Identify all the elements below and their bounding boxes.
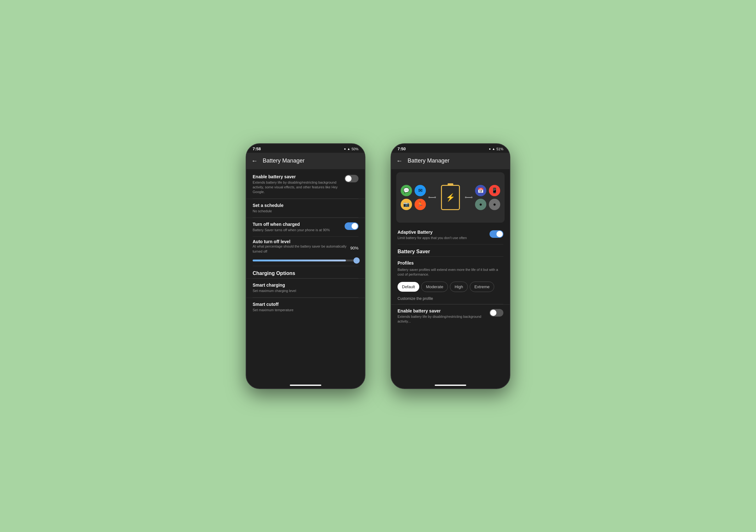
enable-battery-saver-desc-2: Extends battery life by disabling/restri… [397,314,486,324]
turn-off-charged-row[interactable]: Turn off when charged Battery Saver turn… [246,218,365,236]
tab-high[interactable]: High [450,281,468,292]
adaptive-battery-desc: Limit battery for apps that you don't us… [397,236,486,240]
left-app-group: 💬 📷 [401,185,412,210]
enable-battery-saver-row-2[interactable]: Enable battery saver Extends battery lif… [391,304,510,328]
wifi-icon-2: ▲ [492,147,495,150]
wifi-icon: ▲ [347,147,350,150]
profiles-title: Profiles [397,260,503,266]
customize-profile-link[interactable]: Customize the profile [391,295,510,304]
set-schedule-desc: No schedule [253,209,355,214]
profiles-desc: Battery saver profiles will extend even … [397,267,503,277]
status-bar-2: 7:50 ● ▲ 51% [391,144,510,153]
power-button[interactable] [246,194,246,213]
home-indicator-2 [435,385,466,386]
battery-2: 51% [497,147,503,151]
profile-tabs: Default Moderate High Extreme [391,279,510,295]
slider-track[interactable] [253,259,359,261]
slider-title: Auto turn off level [253,239,350,244]
toggle-knob-3 [490,310,497,316]
smart-cutoff-desc: Set maximum temperature [253,308,355,312]
auto-turnoff-slider-row: Auto turn off level At what percentage s… [246,237,365,266]
phone-1-screen: 7:58 ● ▲ 50% ← Battery Manager Enable ba… [246,144,365,388]
top-bar-2: ← Battery Manager [391,153,510,169]
battery-saver-toggle[interactable] [345,175,359,182]
smart-charging-text: Smart charging Set maximum charging leve… [253,282,355,293]
volume-up-button[interactable] [365,188,365,200]
circle2-icon: ● [489,199,500,210]
smart-cutoff-row[interactable]: Smart cutoff Set maximum temperature [246,298,365,316]
smart-charging-desc: Set maximum charging level [253,288,355,293]
toggle-knob-2 [352,223,358,229]
back-button-1[interactable]: ← [251,157,258,164]
enable-battery-saver-row[interactable]: Enable battery saver Extends battery lif… [246,169,365,199]
right-app-group-2: 📱 ● [489,185,500,210]
content-2: 💬 📷 ✉ 🏃 ⚡ [391,169,510,382]
phone-1-frame: 7:58 ● ▲ 50% ← Battery Manager Enable ba… [246,143,365,389]
connector-left [428,197,436,198]
signal-icon-2: ● [489,147,491,150]
set-schedule-row[interactable]: Set a schedule No schedule [246,199,365,217]
adaptive-battery-row[interactable]: Adaptive Battery Limit battery for apps … [391,226,510,244]
home-bar-2 [391,382,510,388]
page-title-2: Battery Manager [408,157,449,164]
battery-center-icon: ⚡ [441,185,460,210]
battery-1: 50% [352,147,359,151]
circle1-icon: ● [475,199,486,210]
battery-saver-toggle-2[interactable] [490,309,503,317]
volume-down-button[interactable] [365,202,365,218]
status-bar-1: 7:58 ● ▲ 50% [246,144,365,153]
smart-charging-title: Smart charging [253,282,355,288]
camera-icon: 📷 [401,199,412,210]
enable-battery-saver-text-2: Enable battery saver Extends battery lif… [397,308,486,324]
tab-default[interactable]: Default [397,282,419,292]
smart-cutoff-title: Smart cutoff [253,302,355,307]
turn-off-charged-text: Turn off when charged Battery Saver turn… [253,222,341,232]
status-time-1: 7:58 [253,146,261,151]
adaptive-battery-illustration: 💬 📷 ✉ 🏃 ⚡ [396,172,505,223]
back-button-2[interactable]: ← [396,157,403,164]
volume-down-button-2[interactable] [510,202,510,218]
slider-value: 90% [350,246,359,251]
top-bar-1: ← Battery Manager [246,153,365,169]
slider-fill [253,259,346,261]
slider-desc: At what percentage should the battery sa… [253,244,350,254]
app-icons-visual: 💬 📷 ✉ 🏃 ⚡ [397,182,503,213]
power-button-2[interactable] [391,194,391,213]
adaptive-battery-text: Adaptive Battery Limit battery for apps … [397,229,486,240]
slider-thumb[interactable] [353,257,360,264]
content-1: Enable battery saver Extends battery lif… [246,169,365,382]
turn-off-charged-title: Turn off when charged [253,222,341,227]
left-app-group-2: ✉ 🏃 [415,185,426,210]
status-icons-2: ● ▲ 51% [489,147,503,151]
adaptive-battery-toggle[interactable] [490,230,503,238]
mail-icon: ✉ [415,185,426,196]
home-bar-1 [246,382,365,388]
phone-2: 7:50 ● ▲ 51% ← Battery Manager [391,143,510,389]
enable-battery-saver-title-2: Enable battery saver [397,308,486,313]
smart-charging-row[interactable]: Smart charging Set maximum charging leve… [246,279,365,297]
tab-extreme[interactable]: Extreme [470,281,494,292]
battery-saver-header: Battery Saver [391,244,510,256]
set-schedule-text: Set a schedule No schedule [253,203,355,214]
status-time-2: 7:50 [397,146,406,151]
toggle-knob [345,175,352,182]
home-indicator-1 [290,385,321,386]
messages-icon: 💬 [401,185,412,196]
turn-off-charged-desc: Battery Saver turns off when your phone … [253,228,341,232]
tab-moderate[interactable]: Moderate [421,281,448,292]
right-app-group: 📅 ● [475,185,486,210]
connector-right [465,197,472,198]
page-title-1: Battery Manager [263,157,305,164]
enable-battery-saver-text: Enable battery saver Extends battery lif… [253,174,341,195]
enable-battery-saver-desc: Extends battery life by disabling/restri… [253,180,341,195]
volume-up-button-2[interactable] [510,188,510,200]
toggle-knob-adaptive [497,231,503,237]
phone-2-screen: 7:50 ● ▲ 51% ← Battery Manager [391,144,510,388]
enable-battery-saver-title: Enable battery saver [253,174,341,179]
turn-off-charged-toggle[interactable] [345,222,359,230]
activity-icon: 🏃 [415,199,426,210]
smart-cutoff-text: Smart cutoff Set maximum temperature [253,302,355,312]
red-app-icon: 📱 [489,185,500,196]
battery-bolt-icon: ⚡ [446,193,455,202]
status-icons-1: ● ▲ 50% [344,147,359,151]
